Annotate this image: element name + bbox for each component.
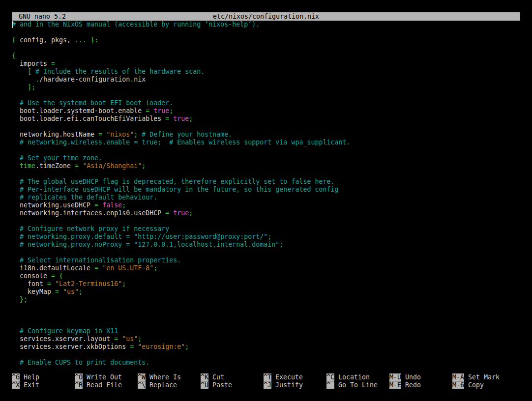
editor-line: # replicates the default behaviour.	[12, 194, 520, 201]
code-segment: services.xserver.layout	[12, 335, 114, 343]
code-segment	[12, 162, 20, 170]
code-segment: # networking.wireless.enable = true; # E…	[12, 139, 350, 146]
code-segment: keyMap	[12, 288, 55, 295]
shortcut-label: Set Mark	[464, 373, 500, 381]
code-segment: "eurosign:e"	[138, 343, 185, 350]
code-segment: =	[94, 201, 102, 209]
code-segment: =	[130, 343, 138, 350]
editor-line: # Per-interface useDHCP will be mandator…	[12, 186, 520, 194]
shortcut-key: ^K	[201, 373, 208, 381]
code-segment: networking.interfaces.enp1s0.useDHCP	[12, 209, 165, 217]
code-segment: = {	[51, 272, 63, 280]
code-segment: =	[55, 288, 63, 295]
editor-line: services.xserver.layout = "us";	[12, 335, 520, 343]
help-item-justify: ^J Justify	[264, 381, 303, 389]
shortcut-label: Exit	[20, 381, 39, 389]
nano-titlebar: GNU nano 5.2 etc/nixos/configuration.nix	[12, 12, 520, 21]
code-segment: ... }:	[75, 36, 98, 44]
editor-line	[12, 217, 520, 225]
code-segment: =	[51, 60, 55, 67]
editor-line: networking.useDHCP = false;	[12, 201, 520, 209]
editor-line: boot.loader.systemd-boot.enable = true;	[12, 107, 520, 115]
help-item-set-mark: M-A Set Mark	[452, 373, 500, 381]
shortcut-label: Cut	[208, 373, 224, 381]
shortcut-key: M-6	[452, 381, 464, 389]
editor-line	[12, 29, 520, 36]
editor-line: # Select internationalisation properties…	[12, 257, 520, 264]
editor-line: font = "Lat2-Terminus16";	[12, 280, 520, 288]
code-segment: ];	[12, 84, 35, 91]
shortcut-key: ^X	[12, 381, 20, 389]
code-segment: ;	[189, 209, 193, 217]
editor-line	[12, 123, 520, 131]
code-segment: # Use the systemd-boot EFI boot loader.	[12, 99, 173, 107]
code-segment: # Configure keymap in X11	[12, 327, 118, 335]
editor-line	[12, 44, 520, 52]
shortcut-key: M-U	[389, 373, 401, 381]
editor-line	[12, 304, 520, 312]
shortcut-label: Go To Line	[334, 381, 378, 389]
code-segment: ;	[169, 107, 173, 115]
editor-line: ./hardware-configuration.nix	[12, 76, 520, 84]
code-segment: true	[173, 115, 189, 122]
code-segment: "Lat2-Terminus16"	[55, 280, 122, 287]
text-editor-area[interactable]: # and in the NixOS manual (accessible by…	[12, 21, 520, 373]
editor-line: # The global useDHCP flag is deprecated,…	[12, 178, 520, 186]
code-segment: # Enable CUPS to print documents.	[12, 359, 149, 366]
code-segment: ;	[189, 115, 193, 122]
help-item-go-to-line: ^_ Go To Line	[326, 381, 378, 389]
editor-line: networking.hostName = "nixos"; # Define …	[12, 131, 520, 139]
shortcut-key: M-A	[452, 373, 464, 381]
code-segment: =	[146, 107, 153, 115]
shortcut-key: ^C	[326, 373, 334, 381]
code-segment: # Set your time zone.	[12, 154, 102, 162]
code-segment: true	[153, 107, 169, 115]
help-item-undo: M-U Undo	[389, 373, 421, 381]
code-segment: .timeZone	[35, 162, 75, 170]
terminal-screen: { "titlebar": { "app": "GNU nano 5.2", "…	[0, 0, 532, 401]
code-segment: config, pkgs,	[16, 36, 75, 44]
code-segment: =	[165, 115, 173, 122]
code-segment: ;	[79, 288, 83, 295]
code-segment: # Define your hostname.	[138, 131, 232, 138]
code-segment: networking.useDHCP	[12, 201, 94, 209]
code-segment: false	[102, 201, 122, 209]
shortcut-label: Paste	[208, 381, 232, 389]
code-segment: ;	[138, 335, 142, 343]
editor-line	[12, 91, 520, 99]
code-segment: ;	[185, 343, 189, 350]
code-segment: "Asia/Shanghai"	[83, 162, 142, 170]
editor-line: keyMap = "us";	[12, 288, 520, 296]
editor-line	[12, 351, 520, 359]
code-segment: i18n.defaultLocale	[12, 264, 94, 272]
shortcut-label: Read File	[83, 381, 122, 389]
code-segment: .	[35, 76, 39, 83]
code-segment: # The global useDHCP flag is deprecated,…	[12, 178, 334, 185]
nano-terminal: GNU nano 5.2 etc/nixos/configuration.nix…	[12, 12, 520, 389]
help-item-copy: M-6 Copy	[452, 381, 484, 389]
help-item-cut: ^K Cut	[201, 373, 224, 381]
help-item-where-is: ^W Where Is	[138, 373, 181, 381]
editor-line	[12, 170, 520, 178]
shortcut-label: Execute	[271, 373, 303, 381]
shortcut-help-bar: ^G Help^O Write Out^W Where Is^K Cut^T E…	[12, 373, 520, 389]
editor-line: [ # Include the results of the hardware …	[12, 68, 520, 76]
editor-line	[12, 146, 520, 154]
help-item-execute: ^T Execute	[264, 373, 303, 381]
shortcut-key: ^\	[138, 381, 146, 389]
shortcut-key: ^G	[12, 373, 20, 381]
editor-line: # Use the systemd-boot EFI boot loader.	[12, 99, 520, 107]
editor-line	[12, 312, 520, 319]
editor-line: # and in the NixOS manual (accessible by…	[12, 21, 520, 29]
editor-line: i18n.defaultLocale = "en_US.UTF-8";	[12, 264, 520, 272]
code-segment: # networking.proxy.noProxy = "127.0.0.1,…	[12, 241, 283, 248]
editor-line: # networking.proxy.noProxy = "127.0.0.1,…	[12, 241, 520, 249]
shortcut-label: Undo	[401, 373, 421, 381]
editor-line: # Configure network proxy if necessary	[12, 225, 520, 233]
code-segment: "en_US.UTF-8"	[102, 264, 153, 272]
code-segment: {	[12, 52, 16, 59]
editor-line: time.timeZone = "Asia/Shanghai";	[12, 162, 520, 170]
code-segment: # networking.proxy.default = "http://use…	[12, 233, 271, 240]
code-segment	[12, 76, 35, 83]
code-segment: ;	[134, 131, 138, 138]
